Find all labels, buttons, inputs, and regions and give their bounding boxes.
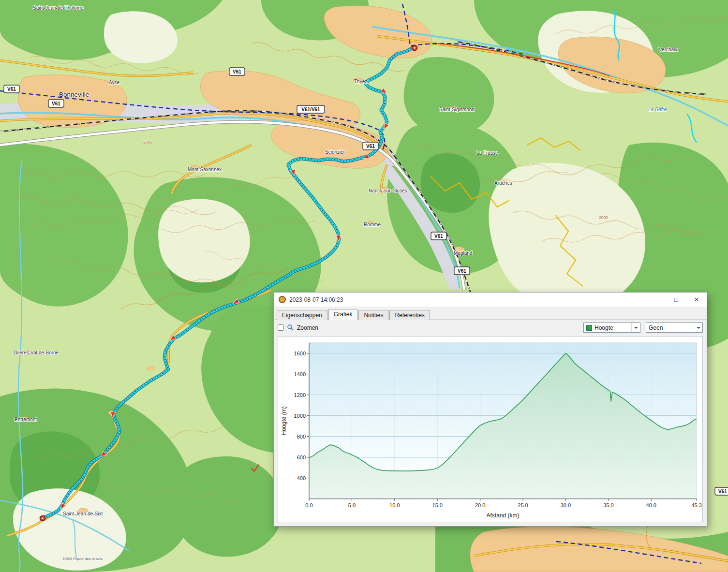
svg-text:Entremont: Entremont [15, 417, 37, 422]
svg-text:Bonneville: Bonneville [59, 91, 89, 98]
svg-text:Thyez: Thyez [354, 79, 367, 84]
svg-text:1400: 1400 [294, 371, 306, 377]
svg-text:V61: V61 [52, 101, 60, 106]
tab-referenties[interactable]: Referenties [389, 310, 430, 320]
zoom-checkbox[interactable] [278, 324, 284, 331]
dialog-title: 2023-08-07 14:06:23 [289, 296, 666, 303]
svg-text:Mont-Saxonnex: Mont-Saxonnex [188, 167, 222, 172]
svg-text:Ayse: Ayse [109, 80, 119, 85]
grafiek-panel: Zoomen Hoogte Geen 400600800100012001400… [274, 320, 707, 526]
zoom-label: Zoomen [297, 324, 318, 331]
svg-text:Hoogte (m): Hoogte (m) [281, 406, 287, 435]
svg-text:Saint-Jean-de-Tholome: Saint-Jean-de-Tholome [33, 5, 84, 11]
svg-text:Nancy-sur-Cluses: Nancy-sur-Cluses [369, 188, 407, 193]
tab-eigenschappen[interactable]: Eigenschappen [277, 310, 327, 320]
magnifier-icon [287, 324, 294, 331]
svg-text:1200: 1200 [294, 392, 306, 398]
svg-text:20.0: 20.0 [475, 502, 485, 508]
svg-text:La Frasse: La Frasse [476, 150, 498, 156]
svg-text:V61: V61 [366, 144, 375, 149]
svg-text:Magland: Magland [454, 250, 472, 256]
svg-text:30.0: 30.0 [561, 502, 571, 508]
maximize-button[interactable]: □ [666, 293, 686, 307]
tab-notities[interactable]: Notities [358, 310, 388, 320]
svg-text:D909 Route des Aravis: D909 Route des Aravis [63, 557, 103, 561]
svg-text:V61: V61 [434, 234, 443, 239]
svg-text:Verchaix: Verchaix [659, 47, 677, 52]
elevation-chart[interactable]: 40060080010001200140016000.05.010.015.02… [278, 336, 703, 522]
svg-text:Romme: Romme [364, 222, 381, 227]
svg-text:V61: V61 [718, 489, 727, 494]
svg-text:Saint-Sigismond: Saint-Sigismond [439, 107, 475, 112]
svg-text:Arâches: Arâches [494, 180, 512, 186]
svg-text:25.0: 25.0 [518, 502, 528, 508]
chevron-down-icon [631, 323, 640, 332]
chart-toolbar: Zoomen Hoogte Geen [274, 320, 707, 334]
svg-text:40.0: 40.0 [646, 502, 656, 508]
svg-text:600: 600 [297, 455, 306, 460]
svg-text:0.0: 0.0 [305, 502, 312, 508]
tab-bar: Eigenschappen Grafiek Notities Referenti… [274, 307, 707, 320]
svg-text:1000: 1000 [294, 413, 306, 419]
hoogte-legend-swatch [586, 325, 592, 331]
svg-text:45.3: 45.3 [691, 502, 701, 508]
close-button[interactable]: ✕ [686, 293, 707, 307]
svg-text:V61: V61 [7, 87, 16, 92]
svg-text:V61: V61 [458, 268, 466, 274]
svg-text:V61/V61: V61/V61 [301, 107, 320, 112]
svg-text:400: 400 [297, 475, 306, 481]
svg-text:5.0: 5.0 [348, 502, 356, 508]
track-icon [279, 296, 286, 303]
map-application: V61V61V61V61/V61V61V61V61V61 BonnevilleA… [0, 0, 728, 572]
overlay-dropdown[interactable]: Geen [646, 323, 703, 333]
svg-text:V61: V61 [233, 69, 241, 74]
svg-text:2000: 2000 [143, 140, 152, 145]
svg-text:800: 800 [297, 434, 306, 440]
track-dialog: 2023-08-07 14:06:23 □ ✕ Eigenschappen Gr… [273, 292, 707, 527]
svg-text:Saint-Jean-de-Sixt: Saint-Jean-de-Sixt [63, 511, 103, 516]
svg-text:La Giffre: La Giffre [648, 107, 667, 112]
svg-text:15.0: 15.0 [432, 502, 443, 508]
svg-text:Afstand (km): Afstand (km) [487, 512, 520, 519]
dialog-titlebar[interactable]: 2023-08-07 14:06:23 □ ✕ [274, 293, 707, 307]
svg-text:35.0: 35.0 [603, 502, 613, 508]
svg-text:Glières-Val-de-Borne: Glières-Val-de-Borne [14, 350, 59, 355]
svg-text:2000: 2000 [599, 215, 608, 220]
svg-text:Scionzier: Scionzier [325, 149, 345, 155]
series-dropdown[interactable]: Hoogte [583, 323, 640, 333]
svg-text:10.0: 10.0 [389, 502, 400, 508]
chevron-down-icon [694, 323, 702, 332]
svg-text:1600: 1600 [294, 351, 306, 356]
tab-grafiek[interactable]: Grafiek [328, 309, 358, 320]
series-dropdown-value: Hoogte [594, 324, 631, 331]
overlay-dropdown-value: Geen [649, 324, 694, 331]
